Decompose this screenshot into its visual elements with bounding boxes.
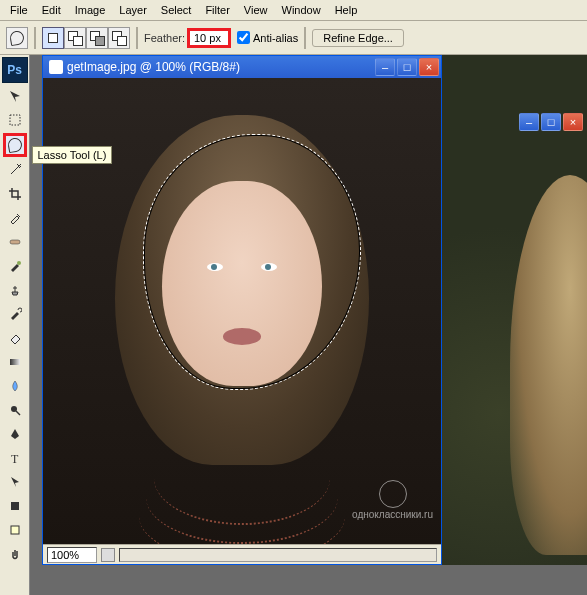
menu-select[interactable]: Select (155, 2, 198, 18)
separator (136, 27, 138, 49)
mdi-close-button[interactable]: × (563, 113, 583, 131)
feather-label: Feather: (144, 32, 185, 44)
window-buttons: – □ × (375, 58, 439, 76)
zoom-input[interactable]: 100% (47, 547, 97, 563)
workspace: – □ × Ps Lasso Tool (L) (0, 55, 587, 595)
selection-mode-group (42, 27, 130, 49)
menu-edit[interactable]: Edit (36, 2, 67, 18)
antialias-label: Anti-alias (253, 32, 298, 44)
lasso-tool[interactable]: Lasso Tool (L) (3, 133, 27, 157)
photo-necklace (139, 469, 346, 544)
antialias-checkbox-input[interactable] (237, 31, 250, 44)
maximize-button[interactable]: □ (397, 58, 417, 76)
healing-brush-tool[interactable] (3, 231, 27, 253)
close-button[interactable]: × (419, 58, 439, 76)
svg-point-4 (11, 406, 17, 412)
mdi-minimize-button[interactable]: – (519, 113, 539, 131)
path-selection-tool[interactable] (3, 471, 27, 493)
shape-tool[interactable] (3, 495, 27, 517)
move-tool[interactable] (3, 85, 27, 107)
selection-mode-subtract[interactable] (86, 27, 108, 49)
svg-rect-3 (10, 359, 20, 365)
svg-point-2 (17, 261, 21, 265)
crop-tool[interactable] (3, 183, 27, 205)
history-brush-tool[interactable] (3, 303, 27, 325)
selection-mode-new[interactable] (42, 27, 64, 49)
current-tool-indicator[interactable] (6, 27, 28, 49)
svg-rect-0 (10, 115, 20, 125)
notes-tool[interactable] (3, 519, 27, 541)
svg-rect-7 (11, 526, 19, 534)
minimize-button[interactable]: – (375, 58, 395, 76)
feather-control: Feather: 10 px (144, 28, 231, 48)
horizontal-scrollbar[interactable] (119, 548, 437, 562)
document-statusbar: 100% (43, 544, 441, 564)
app-badge: Ps (2, 57, 28, 83)
menu-window[interactable]: Window (276, 2, 327, 18)
lasso-tooltip: Lasso Tool (L) (32, 146, 113, 164)
watermark: одноклассники.ru (352, 480, 433, 520)
menu-filter[interactable]: Filter (199, 2, 235, 18)
selection-mode-intersect[interactable] (108, 27, 130, 49)
mdi-maximize-button[interactable]: □ (541, 113, 561, 131)
feather-input[interactable]: 10 px (187, 28, 231, 48)
lasso-icon (9, 29, 25, 45)
marquee-tool[interactable] (3, 109, 27, 131)
separator (304, 27, 306, 49)
options-bar: Feather: 10 px Anti-alias Refine Edge... (0, 21, 587, 55)
statusbar-info-icon[interactable] (101, 548, 115, 562)
svg-rect-6 (11, 502, 19, 510)
magic-wand-tool[interactable] (3, 159, 27, 181)
watermark-text: одноклассники.ru (352, 509, 433, 520)
document-icon (49, 60, 63, 74)
brush-tool[interactable] (3, 255, 27, 277)
clone-stamp-tool[interactable] (3, 279, 27, 301)
svg-rect-1 (10, 240, 20, 244)
hand-tool[interactable] (3, 543, 27, 565)
document-titlebar[interactable]: getImage.jpg @ 100% (RGB/8#) – □ × (43, 56, 441, 78)
document-window: getImage.jpg @ 100% (RGB/8#) – □ × (42, 55, 442, 565)
gradient-tool[interactable] (3, 351, 27, 373)
pen-tool[interactable] (3, 423, 27, 445)
watermark-icon (379, 480, 407, 508)
eraser-tool[interactable] (3, 327, 27, 349)
antialias-checkbox[interactable]: Anti-alias (237, 31, 298, 44)
menu-view[interactable]: View (238, 2, 274, 18)
menu-image[interactable]: Image (69, 2, 112, 18)
menu-layer[interactable]: Layer (113, 2, 153, 18)
toolbox: Ps Lasso Tool (L) (0, 55, 30, 595)
menu-bar: File Edit Image Layer Select Filter View… (0, 0, 587, 21)
type-tool[interactable]: T (3, 447, 27, 469)
mdi-window-buttons: – □ × (519, 113, 583, 131)
menu-help[interactable]: Help (329, 2, 364, 18)
lasso-icon (6, 137, 22, 153)
document-title: getImage.jpg @ 100% (RGB/8#) (67, 60, 371, 74)
dodge-tool[interactable] (3, 399, 27, 421)
selection-mode-add[interactable] (64, 27, 86, 49)
blur-tool[interactable] (3, 375, 27, 397)
refine-edge-button[interactable]: Refine Edge... (312, 29, 404, 47)
menu-file[interactable]: File (4, 2, 34, 18)
svg-text:T: T (11, 452, 19, 465)
eyedropper-tool[interactable] (3, 207, 27, 229)
separator (34, 27, 36, 49)
background-document (440, 55, 587, 565)
